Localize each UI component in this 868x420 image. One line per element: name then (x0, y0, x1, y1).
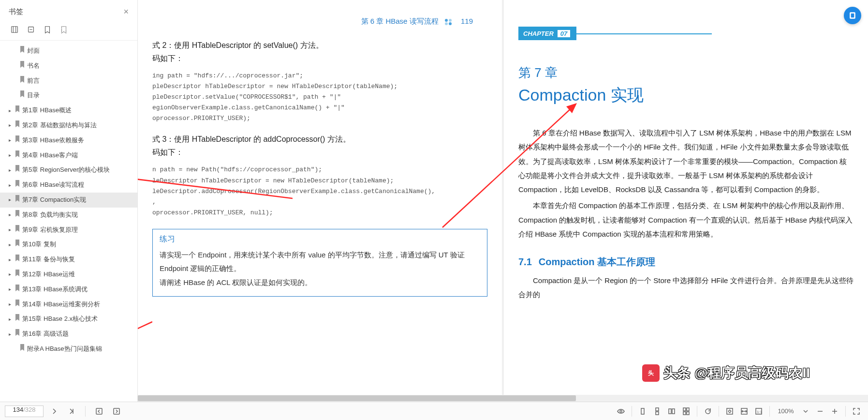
expand-caret-icon[interactable]: ▸ (9, 151, 15, 159)
svg-rect-14 (96, 408, 102, 414)
svg-rect-15 (114, 408, 119, 414)
paragraph-2: 本章首先介绍 Compaction 的基本工作原理，包括分类、在 LSM 树架构… (518, 198, 853, 241)
bookmark-icon (15, 225, 22, 235)
expand-caret-icon[interactable]: ▸ (9, 256, 15, 264)
expand-caret-icon[interactable]: ▸ (9, 121, 15, 129)
svg-rect-21 (672, 409, 675, 414)
chapter-header-label: 第 6 章 HBase 读写流程 (361, 17, 439, 25)
bookmark-item[interactable]: ▸第15章 HBase 2.x核心技术 (0, 312, 137, 327)
layout-two-page-icon[interactable] (665, 405, 678, 418)
expand-caret-icon[interactable]: ▸ (9, 136, 15, 144)
bookmark-item[interactable]: 前言 (0, 74, 137, 89)
fit-page-icon[interactable] (723, 405, 736, 418)
bookmark-item[interactable]: ▸第7章 Compaction实现 (0, 193, 137, 208)
layout-book-icon[interactable] (679, 405, 693, 418)
eye-view-icon[interactable] (614, 405, 628, 418)
expand-caret-icon[interactable]: ▸ (9, 196, 15, 204)
zoom-level[interactable]: 100% (774, 407, 798, 415)
bookmark-label: 第1章 HBase概述 (22, 105, 72, 116)
expand-caret-icon[interactable]: ▸ (9, 300, 15, 308)
bookmark-item[interactable]: ▸第9章 宕机恢复原理 (0, 223, 137, 238)
layout-single-icon[interactable] (636, 405, 649, 418)
bookmark-item[interactable]: ▸第6章 HBase读写流程 (0, 178, 137, 193)
bookmark-item[interactable]: ▸第16章 高级话题 (0, 327, 137, 342)
svg-rect-24 (683, 412, 686, 415)
bookmark-item[interactable]: ▸第5章 RegionServer的核心模块 (0, 163, 137, 178)
bookmark-item[interactable]: ▸第4章 HBase客户端 (0, 148, 137, 163)
bookmark-item[interactable]: 目录 (0, 88, 137, 103)
fit-width-icon[interactable] (737, 405, 751, 418)
bookmark-icon (15, 314, 22, 324)
bookmark-item[interactable]: 附录A HBase热门问题集锦 (0, 342, 137, 357)
bookmark-label: 第16章 高级话题 (22, 329, 69, 339)
expand-caret-icon[interactable]: ▸ (9, 330, 15, 338)
rotate-icon[interactable] (701, 405, 715, 418)
horizontal-scrollbar[interactable] (138, 395, 868, 402)
zoom-dropdown-icon[interactable] (799, 405, 812, 418)
actual-size-icon[interactable]: 1:1 (752, 405, 765, 418)
bookmark-label: 第4章 HBase客户端 (22, 150, 78, 161)
expand-caret-icon[interactable]: ▸ (9, 211, 15, 219)
zoom-in-icon[interactable] (828, 405, 841, 418)
page-header: 第 6 章 HBase 读写流程 119 (152, 12, 487, 36)
exercise-body-1: 请实现一个 Endpoint，用来统计某个表中所有 value 的平均字节数。注… (160, 248, 480, 276)
status-bar: 134/328 1:1 100% (0, 402, 868, 420)
bookmark-outline-icon[interactable] (59, 25, 69, 34)
bookmark-item[interactable]: 封面 (0, 44, 137, 59)
expand-caret-icon[interactable]: ▸ (9, 270, 15, 278)
nav-back-icon[interactable] (92, 405, 106, 418)
bookmark-add-icon[interactable] (43, 25, 52, 34)
next-page-icon[interactable] (47, 405, 61, 418)
header-ornament-icon (443, 18, 454, 26)
bookmark-item[interactable]: ▸第14章 HBase运维案例分析 (0, 297, 137, 312)
expand-caret-icon[interactable]: ▸ (9, 226, 15, 234)
nav-forward-icon[interactable] (110, 405, 123, 418)
collapse-all-icon[interactable] (26, 25, 36, 34)
bookmark-icon (15, 195, 22, 205)
bookmark-label: 第9章 宕机恢复原理 (22, 225, 78, 235)
bookmarks-sidebar: 书签 × 封面书名前言目录▸第1章 HBase概述▸第2章 基础数据结构与算法▸… (0, 0, 138, 402)
bookmark-item[interactable]: ▸第1章 HBase概述 (0, 103, 137, 118)
page-number-input[interactable]: 134/328 (5, 405, 44, 417)
expand-caret-icon[interactable]: ▸ (9, 107, 15, 115)
bookmark-item[interactable]: ▸第8章 负载均衡实现 (0, 208, 137, 223)
svg-rect-20 (669, 409, 671, 414)
svg-point-16 (620, 410, 622, 412)
layout-continuous-icon[interactable] (650, 405, 664, 418)
section-7-1-header: 7.1 Compaction 基本工作原理 (518, 255, 853, 269)
page-viewer: 第 6 章 HBase 读写流程 119 式 2：使用 HTableDescri… (138, 0, 868, 402)
sidebar-toolbar (0, 22, 137, 41)
bookmark-item[interactable]: ▸第10章 复制 (0, 237, 137, 252)
bookmark-label: 第11章 备份与恢复 (22, 255, 75, 265)
bookmark-label: 第6章 HBase读写流程 (22, 180, 84, 190)
expand-caret-icon[interactable]: ▸ (9, 285, 15, 293)
expand-all-icon[interactable] (10, 25, 19, 34)
bookmark-item[interactable]: ▸第13章 HBase系统调优 (0, 282, 137, 297)
zoom-out-icon[interactable] (813, 405, 827, 418)
exercise-body-2: 请阐述 HBase 的 ACL 权限认证是如何实现的。 (160, 276, 480, 290)
total-pages: /328 (23, 406, 35, 413)
expand-caret-icon[interactable]: ▸ (9, 181, 15, 189)
bookmark-item[interactable]: ▸第3章 HBase依赖服务 (0, 133, 137, 148)
expand-caret-icon[interactable]: ▸ (9, 166, 15, 174)
bookmark-item[interactable]: ▸第2章 基础数据结构与算法 (0, 118, 137, 133)
fullscreen-icon[interactable] (850, 405, 863, 418)
expand-caret-icon[interactable]: ▸ (9, 241, 15, 249)
bookmark-icon (15, 270, 22, 280)
svg-rect-19 (656, 412, 659, 415)
bookmark-label: 第8章 负载均衡实现 (22, 210, 78, 220)
assistant-float-button[interactable] (844, 7, 861, 24)
chapter-label: CHAPTER (523, 30, 554, 37)
last-page-icon[interactable] (65, 405, 78, 418)
page-right: CHAPTER 07 第 7 章 Compaction 实现 第 6 章在介绍 … (504, 0, 868, 402)
close-sidebar-icon[interactable]: × (123, 7, 129, 17)
page-number: 119 (461, 17, 473, 25)
expand-caret-icon[interactable]: ▸ (9, 315, 15, 323)
chapter-title-big: Compaction 实现 (518, 84, 853, 106)
svg-text:1:1: 1:1 (757, 410, 763, 414)
bookmark-item[interactable]: 书名 (0, 59, 137, 74)
exercise-title: 练习 (160, 234, 480, 244)
bookmark-item[interactable]: ▸第12章 HBase运维 (0, 267, 137, 282)
bookmark-item[interactable]: ▸第11章 备份与恢复 (0, 252, 137, 267)
method2-title: 式 2：使用 HTableDescriptor 的 setValue() 方法。 (152, 41, 487, 51)
